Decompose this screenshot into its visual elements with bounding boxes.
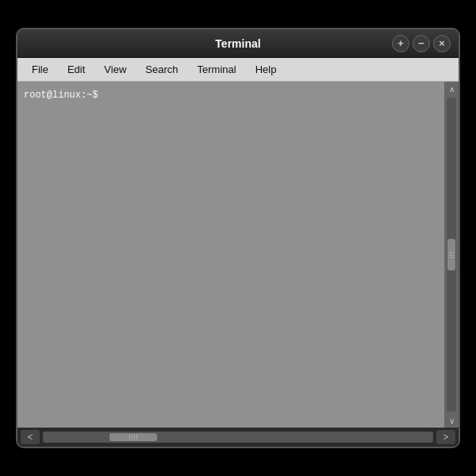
grip-line-1 <box>449 252 454 253</box>
h-grip-1 <box>129 435 130 440</box>
menu-help[interactable]: Help <box>248 61 285 78</box>
minimize-button[interactable]: − <box>413 35 430 52</box>
scroll-right-arrow[interactable]: > <box>436 430 455 444</box>
window-title: Terminal <box>215 37 260 50</box>
h-grip-3 <box>134 435 135 440</box>
menu-bar: File Edit View Search Terminal Help <box>17 58 459 82</box>
scroll-up-arrow[interactable]: ∧ <box>446 83 457 94</box>
menu-terminal[interactable]: Terminal <box>190 61 244 78</box>
scroll-down-arrow[interactable]: ∨ <box>446 415 457 426</box>
add-tab-button[interactable]: + <box>392 35 409 52</box>
hscroll-thumb[interactable] <box>109 433 157 441</box>
vertical-scrollbar: ∧ ∨ <box>444 82 459 428</box>
vscroll-track[interactable] <box>447 98 456 412</box>
terminal-wrapper: root@linux:~$ ∧ ∨ <box>17 82 459 428</box>
hscroll-track[interactable] <box>43 432 433 443</box>
close-button[interactable]: × <box>433 35 451 52</box>
menu-search[interactable]: Search <box>137 61 186 78</box>
horizontal-scrollbar: < > <box>17 428 459 447</box>
grip-line-2 <box>449 255 454 255</box>
vscroll-grip <box>449 252 454 258</box>
title-bar: Terminal + − × <box>17 29 459 58</box>
h-grip-4 <box>136 435 137 440</box>
menu-view[interactable]: View <box>96 61 134 78</box>
terminal-area[interactable]: root@linux:~$ <box>17 82 444 428</box>
terminal-window: Terminal + − × File Edit View Search Ter… <box>16 28 460 448</box>
menu-file[interactable]: File <box>24 61 56 78</box>
menu-edit[interactable]: Edit <box>60 61 93 78</box>
grip-line-3 <box>449 257 454 258</box>
h-grip-2 <box>132 435 132 440</box>
scroll-left-arrow[interactable]: < <box>21 430 40 444</box>
vscroll-thumb[interactable] <box>447 239 455 271</box>
terminal-prompt: root@linux:~$ <box>24 90 98 101</box>
window-controls: + − × <box>392 35 451 52</box>
